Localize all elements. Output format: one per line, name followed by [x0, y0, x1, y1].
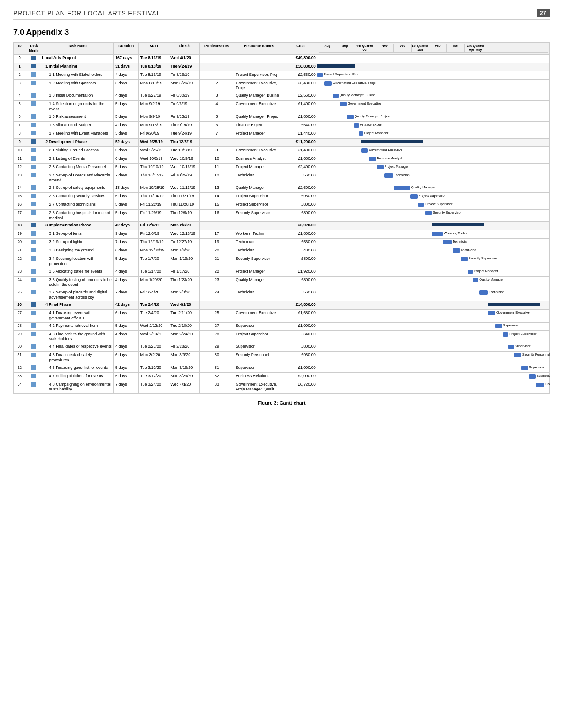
cell-pred: 17 [200, 230, 234, 239]
table-row: 162.7 Contacting technicians5 daysFri 11… [14, 201, 550, 209]
resource-bar-label: Project Manager [474, 269, 498, 274]
task-mode-icon [31, 202, 36, 206]
cell-duration: 4 days [114, 121, 139, 130]
task-mode-icon [31, 323, 36, 328]
cell-duration: 3 days [114, 130, 139, 138]
cell-duration: 7 days [114, 172, 139, 184]
cell-mode [26, 289, 42, 301]
cell-finish: Wed 4/1/20 [169, 55, 200, 63]
cell-mode [26, 209, 42, 221]
cell-duration: 42 days [114, 301, 139, 310]
cell-duration: 6 days [114, 79, 139, 92]
cell-id: 12 [14, 163, 26, 172]
cell-finish: Fri 8/16/19 [169, 71, 200, 79]
cell-cost: £1,400.00 [284, 101, 317, 113]
cell-start: Fri 11/29/19 [139, 209, 169, 221]
cell-finish: Fri 9/6/19 [169, 101, 200, 113]
cell-resource: Government Executive, Proje [234, 79, 284, 92]
cell-cost: £1,400.00 [284, 146, 317, 155]
cell-mode [26, 239, 42, 247]
cell-finish: Fri 10/25/19 [169, 172, 200, 184]
cell-task-name: 2.2 Listing of Events [42, 155, 114, 163]
col-header-finish: Finish [169, 43, 200, 55]
cell-cost: £1,000.00 [284, 364, 317, 372]
cell-task-name: 4.3 Final visit to the ground with stake… [42, 330, 114, 343]
cell-pred [200, 55, 234, 63]
cell-task-name: 3.3 Designing the ground [42, 247, 114, 255]
cell-task-name: 4.4 Final dates of respective events [42, 343, 114, 352]
col-header-name: Task Name [42, 43, 114, 55]
cell-start: Tue 2/4/20 [139, 301, 169, 310]
col-header-cost: Cost [284, 43, 317, 55]
cell-pred [200, 301, 234, 310]
task-mode-icon [31, 93, 36, 98]
cell-mode [26, 322, 42, 330]
table-row: 132.4 Set-up of Boards and Placards arou… [14, 172, 550, 184]
cell-duration: 4 days [114, 276, 139, 289]
cell-finish: Tue 2/11/20 [169, 310, 200, 322]
cell-resource: Government Executive [234, 310, 284, 322]
cell-mode [26, 343, 42, 352]
task-mode-icon [31, 101, 36, 106]
cell-mode [26, 55, 42, 63]
cell-duration: 9 days [114, 230, 139, 239]
cell-id: 23 [14, 268, 26, 276]
cell-resource: Quality Manager, Projec [234, 113, 284, 121]
cell-id: 25 [14, 289, 26, 301]
cell-id: 11 [14, 155, 26, 163]
cell-task-name: 3.2 Set-up of lightin [42, 239, 114, 247]
cell-start: Fri 12/6/19 [139, 222, 169, 230]
cell-finish: Wed 10/9/19 [169, 155, 200, 163]
cell-finish: Wed 4/1/20 [169, 381, 200, 393]
gantt-bar [503, 332, 508, 337]
cell-cost: £1,680.00 [284, 310, 317, 322]
resource-bar-label: Technician [453, 240, 468, 244]
cell-chart [317, 55, 549, 63]
task-mode-icon [31, 374, 36, 378]
cell-duration: 4 days [114, 71, 139, 79]
cell-start: Tue 8/13/19 [139, 71, 169, 79]
cell-pred: 12 [200, 172, 234, 184]
cell-chart: Supervisor [317, 364, 549, 372]
cell-mode [26, 268, 42, 276]
cell-id: 32 [14, 364, 26, 372]
cell-id: 24 [14, 276, 26, 289]
cell-task-name: 1.5 Risk assessment [42, 113, 114, 121]
cell-start: Wed 10/2/19 [139, 155, 169, 163]
cell-chart: Quality Manager, Projec [317, 113, 549, 121]
cell-id: 31 [14, 352, 26, 364]
table-row: 112.2 Listing of Events6 daysWed 10/2/19… [14, 155, 550, 163]
cell-chart: Government Executive [317, 146, 549, 155]
cell-id: 0 [14, 55, 26, 63]
cell-resource: Project Supervisor, Proj [234, 71, 284, 79]
cell-resource: Technician [234, 239, 284, 247]
cell-duration: 5 days [114, 101, 139, 113]
cell-duration: 5 days [114, 163, 139, 172]
cell-mode [26, 163, 42, 172]
cell-mode [26, 301, 42, 310]
cell-pred: 27 [200, 322, 234, 330]
gantt-bar [425, 211, 432, 215]
cell-cost: £800.00 [284, 255, 317, 268]
cell-finish: Wed 4/1/20 [169, 301, 200, 310]
cell-task-name: 3 Implementation Phase [42, 222, 114, 230]
cell-finish: Mon 2/24/20 [169, 330, 200, 343]
cell-duration: 6 days [114, 310, 139, 322]
cell-duration: 5 days [114, 201, 139, 209]
cell-id: 30 [14, 343, 26, 352]
cell-resource: Technician [234, 289, 284, 301]
cell-finish: Thu 9/19/19 [169, 121, 200, 130]
task-mode-icon [31, 332, 36, 336]
cell-pred: 2 [200, 79, 234, 92]
cell-resource: Project Manager [234, 268, 284, 276]
cell-task-name: 2.8 Contacting hospitals for instant med… [42, 209, 114, 221]
cell-mode [26, 276, 42, 289]
gantt-table: ID Task Mode Task Name Duration Start Fi… [13, 42, 550, 394]
gantt-bar [361, 140, 423, 143]
gantt-bar [432, 232, 443, 236]
task-mode-icon [31, 223, 36, 227]
cell-id: 8 [14, 130, 26, 138]
cell-chart: Technician [317, 172, 549, 184]
resource-bar-label: Government Executive [348, 101, 381, 106]
cell-pred: 7 [200, 130, 234, 138]
